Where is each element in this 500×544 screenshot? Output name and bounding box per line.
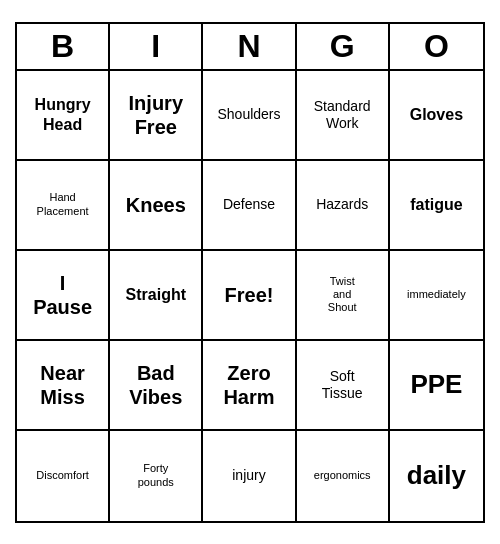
cell-text: Hazards: [316, 196, 368, 213]
cell-text: fatigue: [410, 195, 462, 214]
bingo-cell: daily: [390, 431, 483, 521]
cell-text: Soft Tissue: [322, 368, 363, 402]
cell-text: Gloves: [410, 105, 463, 124]
cell-text: Defense: [223, 196, 275, 213]
bingo-cell: fatigue: [390, 161, 483, 251]
cell-text: daily: [407, 460, 466, 491]
cell-text: Discomfort: [36, 469, 89, 482]
cell-text: ergonomics: [314, 469, 371, 482]
bingo-cell: Shoulders: [203, 71, 296, 161]
cell-text: PPE: [410, 369, 462, 400]
cell-text: Knees: [126, 193, 186, 217]
bingo-cell: Hazards: [297, 161, 390, 251]
cell-text: immediately: [407, 288, 466, 301]
bingo-cell: Hungry Head: [17, 71, 110, 161]
cell-text: Standard Work: [314, 98, 371, 132]
bingo-cell: Straight: [110, 251, 203, 341]
cell-text: Free!: [225, 283, 274, 307]
header-letter: I: [110, 24, 203, 69]
bingo-cell: Knees: [110, 161, 203, 251]
header-letter: G: [297, 24, 390, 69]
bingo-card: BINGO Hungry HeadInjury FreeShouldersSta…: [15, 22, 485, 523]
cell-text: injury: [232, 467, 265, 484]
cell-text: Near Miss: [40, 361, 84, 409]
bingo-cell: Free!: [203, 251, 296, 341]
bingo-cell: injury: [203, 431, 296, 521]
bingo-cell: Near Miss: [17, 341, 110, 431]
bingo-cell: Hand Placement: [17, 161, 110, 251]
cell-text: Twist and Shout: [328, 275, 357, 315]
cell-text: Zero Harm: [223, 361, 274, 409]
bingo-cell: Forty pounds: [110, 431, 203, 521]
cell-text: Bad Vibes: [129, 361, 182, 409]
bingo-cell: Defense: [203, 161, 296, 251]
header-letter: N: [203, 24, 296, 69]
cell-text: Forty pounds: [138, 462, 174, 488]
bingo-cell: Injury Free: [110, 71, 203, 161]
bingo-cell: Soft Tissue: [297, 341, 390, 431]
bingo-cell: ergonomics: [297, 431, 390, 521]
bingo-grid: Hungry HeadInjury FreeShouldersStandard …: [17, 71, 483, 521]
bingo-cell: PPE: [390, 341, 483, 431]
cell-text: Shoulders: [217, 106, 280, 123]
bingo-cell: Zero Harm: [203, 341, 296, 431]
bingo-cell: Gloves: [390, 71, 483, 161]
cell-text: Hand Placement: [37, 191, 89, 217]
bingo-cell: I Pause: [17, 251, 110, 341]
bingo-cell: Twist and Shout: [297, 251, 390, 341]
cell-text: Hungry Head: [35, 95, 91, 133]
bingo-cell: immediately: [390, 251, 483, 341]
bingo-header: BINGO: [17, 24, 483, 71]
bingo-cell: Discomfort: [17, 431, 110, 521]
cell-text: I Pause: [33, 271, 92, 319]
cell-text: Injury Free: [129, 91, 183, 139]
header-letter: B: [17, 24, 110, 69]
header-letter: O: [390, 24, 483, 69]
bingo-cell: Bad Vibes: [110, 341, 203, 431]
bingo-cell: Standard Work: [297, 71, 390, 161]
cell-text: Straight: [126, 285, 186, 304]
